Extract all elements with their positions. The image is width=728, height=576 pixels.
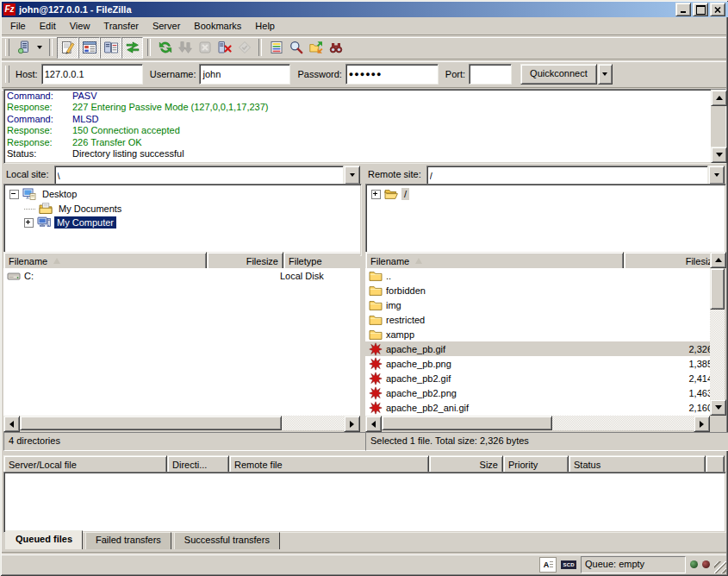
- remote-vertical-scrollbar[interactable]: [710, 252, 725, 416]
- remote-tree-item-item[interactable]: /: [366, 187, 725, 202]
- column-header-priority[interactable]: Priority: [503, 455, 569, 472]
- column-header-size[interactable]: Size: [429, 455, 503, 472]
- remote-file-row-apache-pb2-ani-gif[interactable]: apache_pb2_ani.gif2,160: [365, 400, 710, 415]
- remote-file-row-restricted[interactable]: restricted: [365, 312, 710, 327]
- remote-site-input[interactable]: [426, 166, 708, 186]
- scrollbar-thumb[interactable]: [710, 268, 725, 310]
- menu-item-server[interactable]: Server: [146, 18, 187, 34]
- column-header-remote-file[interactable]: Remote file: [229, 455, 429, 472]
- queue-size-panel: Queue: empty: [581, 556, 686, 573]
- speed-limits-icon[interactable]: SCD: [561, 560, 576, 569]
- column-header-directi[interactable]: Directi...: [167, 455, 229, 472]
- scrollbar-thumb[interactable]: [20, 416, 282, 430]
- remote-file-row-forbidden[interactable]: forbidden: [365, 283, 710, 297]
- local-tree-item-my-documents[interactable]: My Documents: [4, 202, 361, 216]
- username-input[interactable]: [199, 64, 290, 85]
- scrollbar-thumb[interactable]: [711, 106, 725, 147]
- scroll-left-button[interactable]: [365, 416, 382, 432]
- maximize-button[interactable]: [693, 3, 708, 16]
- scroll-left-button[interactable]: [3, 416, 20, 432]
- tab-successful-transfers[interactable]: Successful transfers: [174, 532, 280, 549]
- toolbar-grip[interactable]: [5, 39, 9, 56]
- quickconnect-dropdown[interactable]: [598, 64, 613, 85]
- toggle-transfer-queue-button[interactable]: [121, 37, 143, 59]
- process-queue-button[interactable]: [175, 38, 195, 58]
- remote-site-dropdown[interactable]: [708, 166, 725, 185]
- menu-item-view[interactable]: View: [63, 18, 97, 34]
- tab-failed-transfers[interactable]: Failed transfers: [85, 532, 171, 549]
- scroll-up-button[interactable]: [710, 252, 726, 268]
- minimize-button[interactable]: [675, 3, 691, 16]
- local-site-dropdown[interactable]: [344, 166, 360, 185]
- menu-item-help[interactable]: Help: [248, 18, 282, 34]
- menu-item-bookmarks[interactable]: Bookmarks: [187, 18, 248, 34]
- host-input[interactable]: [41, 64, 143, 85]
- scrollbar-track[interactable]: [282, 416, 344, 430]
- remote-horizontal-scrollbar[interactable]: [365, 416, 710, 430]
- remote-file-row-apache-pb-png[interactable]: apache_pb.png1,385: [365, 356, 710, 371]
- queue-tabs: Queued filesFailed transfersSuccessful t…: [5, 531, 283, 549]
- local-site-input[interactable]: [54, 166, 344, 186]
- local-tree-item-desktop[interactable]: Desktop: [4, 187, 361, 202]
- column-header-filetype[interactable]: Filetype: [283, 252, 360, 268]
- disconnect-button[interactable]: [215, 38, 234, 58]
- column-header-status[interactable]: Status: [569, 455, 706, 472]
- find-files-button[interactable]: [326, 38, 345, 58]
- local-file-row-c[interactable]: C:Local Disk: [3, 268, 360, 283]
- column-header-filesize[interactable]: Filesize: [624, 252, 710, 268]
- refresh-button[interactable]: [155, 38, 175, 58]
- quickconnect-bar: Host: Username: Password: Port: Quickcon…: [2, 60, 728, 87]
- resize-grip[interactable]: [714, 561, 726, 573]
- menu-item-edit[interactable]: Edit: [33, 18, 63, 34]
- file-name-text: apache_pb.gif: [386, 344, 445, 354]
- remote-file-row-item[interactable]: ..: [365, 268, 710, 283]
- toggle-message-log-button[interactable]: [57, 37, 78, 59]
- scrollbar-track[interactable]: [710, 310, 725, 399]
- site-manager-button[interactable]: [14, 38, 34, 58]
- column-header-filename[interactable]: Filename: [3, 252, 207, 268]
- scroll-down-button[interactable]: [710, 399, 726, 416]
- menu-item-file[interactable]: File: [3, 18, 33, 34]
- file-name-cell: C:: [3, 269, 203, 283]
- remote-file-row-apache-pb2-gif[interactable]: apache_pb2.gif2,414: [365, 371, 710, 385]
- quickconnect-grip[interactable]: [5, 66, 9, 83]
- filter-button[interactable]: [266, 38, 286, 58]
- title-bar: Fz john@127.0.0.1 - FileZilla: [2, 2, 728, 17]
- remote-file-row-apache-pb-gif[interactable]: apache_pb.gif2,326: [365, 341, 710, 356]
- scroll-down-button[interactable]: [711, 147, 727, 163]
- log-scrollbar[interactable]: [711, 90, 725, 163]
- tree-expander-minus-icon[interactable]: [9, 190, 19, 199]
- column-header-server-local-file[interactable]: Server/Local file: [3, 455, 167, 472]
- quickconnect-button[interactable]: Quickconnect: [520, 64, 597, 85]
- data-type-indicator-icon[interactable]: A: [539, 557, 557, 573]
- menu-item-transfer[interactable]: Transfer: [96, 18, 146, 34]
- column-header-filename[interactable]: Filename: [365, 252, 624, 268]
- tree-expander-plus-icon[interactable]: [371, 190, 381, 199]
- column-header-filesize[interactable]: Filesize: [207, 252, 283, 268]
- remote-site-row: Remote site:: [365, 165, 725, 183]
- directory-comparison-button[interactable]: [286, 38, 306, 58]
- port-input[interactable]: [469, 64, 512, 85]
- cancel-button[interactable]: [195, 38, 215, 58]
- reconnect-button[interactable]: [234, 38, 254, 58]
- scroll-right-button[interactable]: [344, 416, 360, 432]
- toolbar-separator: [49, 39, 53, 56]
- remote-file-row-img[interactable]: img: [365, 297, 710, 312]
- scroll-right-button[interactable]: [694, 416, 710, 432]
- remote-file-row-xampp[interactable]: xampp: [365, 327, 710, 341]
- site-manager-dropdown[interactable]: [34, 38, 45, 58]
- close-button[interactable]: [710, 3, 725, 16]
- tree-expander-plus-icon[interactable]: [24, 218, 34, 228]
- scroll-up-button[interactable]: [711, 90, 727, 106]
- toggle-local-tree-button[interactable]: [78, 37, 100, 59]
- local-tree-item-my-computer[interactable]: My Computer: [4, 216, 361, 230]
- synchronized-browsing-button[interactable]: [306, 38, 326, 58]
- toggle-remote-tree-button[interactable]: [100, 37, 121, 59]
- tab-queued-files[interactable]: Queued files: [5, 530, 83, 549]
- password-input[interactable]: [345, 64, 439, 85]
- local-horizontal-scrollbar[interactable]: [3, 416, 360, 430]
- scrollbar-track[interactable]: [552, 416, 694, 430]
- scrollbar-thumb[interactable]: [382, 416, 552, 430]
- remote-file-row-apache-pb2-png[interactable]: apache_pb2.png1,463: [365, 385, 710, 400]
- log-line-text: MLSD: [72, 114, 99, 124]
